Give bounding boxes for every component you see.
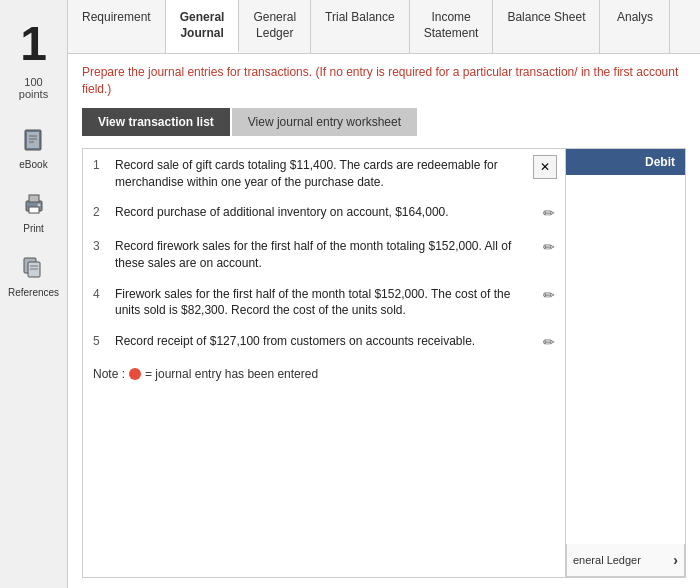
general-ledger-button[interactable]: eneral Ledger ›	[566, 544, 685, 577]
button-row: View transaction list View journal entry…	[82, 108, 686, 136]
transaction-num-5: 5	[93, 333, 109, 350]
tab-bar: Requirement GeneralJournal GeneralLedger…	[68, 0, 700, 54]
tab-requirement[interactable]: Requirement	[68, 0, 166, 53]
edit-icon-2[interactable]: ✏	[543, 204, 555, 224]
worksheet-area: ✕ 1 Record sale of gift cards totaling $…	[82, 148, 686, 578]
sidebar-item-print[interactable]: Print	[18, 188, 50, 234]
instruction-text: Prepare the journal entries for transact…	[82, 64, 686, 98]
edit-icon-3[interactable]: ✏	[543, 238, 555, 258]
tab-balance-sheet[interactable]: Balance Sheet	[493, 0, 600, 53]
transaction-num-4: 4	[93, 286, 109, 303]
print-icon	[18, 188, 50, 220]
transaction-num-3: 3	[93, 238, 109, 255]
problem-number: 1	[20, 20, 47, 68]
transaction-text-3: Record firework sales for the first half…	[115, 238, 535, 272]
edit-icon-4[interactable]: ✏	[543, 286, 555, 306]
svg-point-8	[37, 204, 40, 207]
transaction-item-4: 4 Firework sales for the first half of t…	[93, 286, 555, 320]
transaction-item-3: 3 Record firework sales for the first ha…	[93, 238, 555, 272]
note-dot-icon	[129, 368, 141, 380]
references-label: References	[8, 287, 59, 298]
transaction-item-5: 5 Record receipt of $127,100 from custom…	[93, 333, 555, 353]
tab-general-ledger[interactable]: GeneralLedger	[239, 0, 311, 53]
sidebar-item-references[interactable]: References	[8, 252, 59, 298]
print-label: Print	[23, 223, 44, 234]
transaction-list: 1 Record sale of gift cards totaling $11…	[83, 149, 565, 577]
edit-icon-5[interactable]: ✏	[543, 333, 555, 353]
ebook-label: eBook	[19, 159, 47, 170]
right-panel: Debit eneral Ledger ›	[565, 149, 685, 577]
sidebar: 1 100 points eBook Print	[0, 0, 68, 588]
transaction-text-1: Record sale of gift cards totaling $11,4…	[115, 157, 535, 191]
transaction-text-2: Record purchase of additional inventory …	[115, 204, 535, 221]
expand-x-icon: ✕	[540, 160, 550, 174]
tab-trial-balance[interactable]: Trial Balance	[311, 0, 410, 53]
expand-icon[interactable]: ✕	[533, 155, 557, 179]
note-label: Note :	[93, 367, 125, 381]
note-text: = journal entry has been entered	[145, 367, 318, 381]
transaction-text-5: Record receipt of $127,100 from customer…	[115, 333, 535, 350]
tab-income-statement[interactable]: IncomeStatement	[410, 0, 494, 53]
view-journal-button[interactable]: View journal entry worksheet	[232, 108, 417, 136]
transaction-num-1: 1	[93, 157, 109, 174]
view-transaction-button[interactable]: View transaction list	[82, 108, 230, 136]
transaction-item-2: 2 Record purchase of additional inventor…	[93, 204, 555, 224]
transaction-text-4: Firework sales for the first half of the…	[115, 286, 535, 320]
main-content: Requirement GeneralJournal GeneralLedger…	[68, 0, 700, 588]
content-area: Prepare the journal entries for transact…	[68, 54, 700, 588]
sidebar-item-ebook[interactable]: eBook	[18, 124, 50, 170]
chevron-right-icon: ›	[673, 552, 678, 568]
points-label: 100 points	[19, 76, 48, 100]
debit-header: Debit	[566, 149, 685, 175]
svg-rect-7	[29, 207, 39, 213]
note-row: Note : = journal entry has been entered	[93, 367, 555, 381]
tab-general-journal[interactable]: GeneralJournal	[166, 0, 240, 53]
transaction-item-1: 1 Record sale of gift cards totaling $11…	[93, 157, 555, 191]
svg-rect-6	[29, 195, 39, 202]
general-ledger-label: eneral Ledger	[573, 554, 641, 566]
svg-rect-1	[27, 132, 39, 148]
tab-analysis[interactable]: Analys	[600, 0, 670, 53]
references-icon	[17, 252, 49, 284]
book-icon	[18, 124, 50, 156]
transaction-num-2: 2	[93, 204, 109, 221]
